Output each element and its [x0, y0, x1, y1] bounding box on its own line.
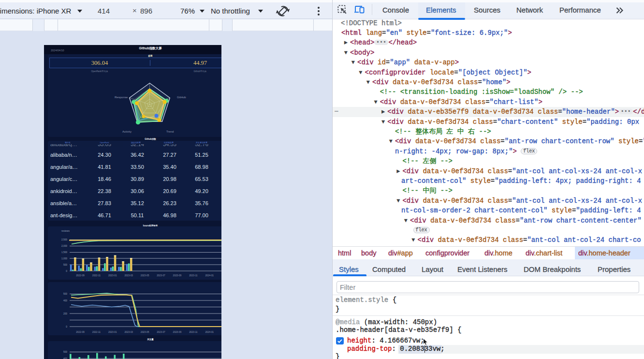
svg-text:2023-05: 2023-05: [141, 274, 149, 277]
svg-text:200: 200: [63, 313, 67, 315]
svg-text:2023-09: 2023-09: [173, 274, 182, 277]
svg-text:GitHub: GitHub: [177, 96, 186, 99]
svg-text:Trend: Trend: [166, 130, 174, 133]
svg-text:2023-05: 2023-05: [141, 331, 149, 333]
svg-text:500: 500: [63, 293, 67, 295]
svg-text:500: 500: [63, 351, 67, 353]
svg-text:2023-03: 2023-03: [124, 274, 133, 277]
svg-text:2022-09: 2022-09: [76, 274, 85, 277]
svg-text:2,500: 2,500: [61, 239, 67, 241]
svg-text:2023-01: 2023-01: [108, 331, 117, 333]
svg-text:2023-09: 2023-09: [173, 331, 182, 333]
svg-text:2022-11: 2022-11: [92, 331, 101, 333]
svg-text:0: 0: [66, 270, 67, 272]
svg-text:400: 400: [63, 299, 67, 302]
svg-text:0: 0: [66, 326, 67, 328]
svg-text:2022-09: 2022-09: [76, 331, 85, 333]
svg-text:2023-07: 2023-07: [157, 274, 165, 277]
svg-text:Response: Response: [115, 96, 128, 99]
svg-text:2023-11: 2023-11: [189, 274, 198, 277]
svg-text:500: 500: [63, 264, 67, 266]
svg-text:2023-01: 2023-01: [108, 274, 117, 277]
svg-text:reviews: reviews: [61, 229, 70, 232]
svg-text:1,000: 1,000: [61, 257, 67, 260]
svg-text:2023-07: 2023-07: [157, 331, 165, 333]
svg-text:2,000: 2,000: [61, 245, 67, 247]
svg-text:2024-01: 2024-01: [205, 331, 214, 333]
svg-text:2023-03: 2023-03: [124, 331, 133, 333]
svg-text:2022-11: 2022-11: [92, 274, 101, 277]
svg-text:2024-01: 2024-01: [205, 274, 214, 277]
svg-text:1,500: 1,500: [61, 251, 67, 254]
svg-text:Activity: Activity: [122, 130, 132, 133]
svg-text:2023-11: 2023-11: [189, 331, 198, 333]
